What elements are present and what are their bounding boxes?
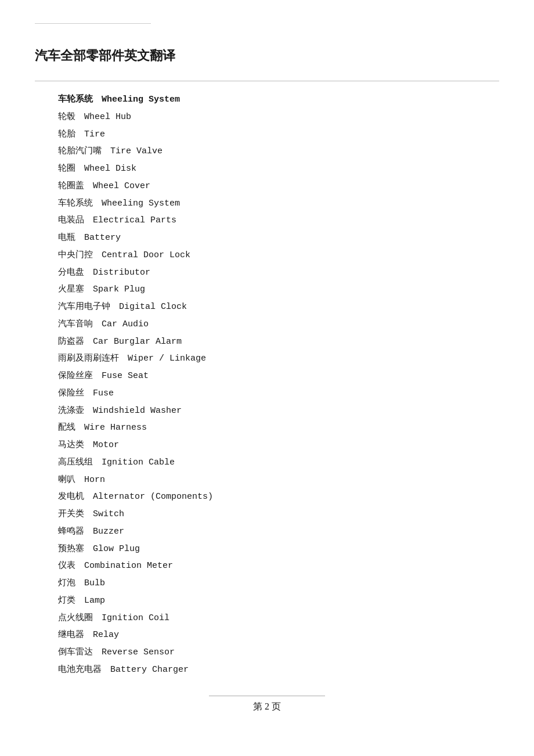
item-zh-text: 灯类 bbox=[58, 596, 75, 606]
item-zh-text: 轮圈盖 bbox=[58, 181, 84, 191]
list-item: 继电器 Relay bbox=[58, 627, 499, 643]
list-item: 点火线圈 Ignition Coil bbox=[58, 610, 499, 627]
list-item: 蜂鸣器 Buzzer bbox=[58, 524, 499, 540]
list-item: 轮圈盖 Wheel Cover bbox=[58, 178, 499, 195]
page-container: 汽车全部零部件英文翻译 车轮系统 Wheeling System轮毂 Wheel… bbox=[0, 0, 534, 756]
item-en-text: Car Burglar Alarm bbox=[93, 337, 182, 347]
item-zh-text: 轮圈 bbox=[58, 164, 75, 174]
list-item: 电池充电器 Battery Charger bbox=[58, 662, 499, 678]
item-en-text: Glow Plug bbox=[93, 544, 140, 554]
item-zh-text: 灯泡 bbox=[58, 578, 75, 588]
list-item: 防盗器 Car Burglar Alarm bbox=[58, 334, 499, 350]
item-zh-text: 喇叭 bbox=[58, 475, 75, 485]
item-zh-text: 防盗器 bbox=[58, 337, 84, 347]
item-zh-text: 汽车音响 bbox=[58, 319, 93, 329]
item-en-text: Wheel Disk bbox=[84, 164, 136, 174]
item-en-text: Spark Plug bbox=[93, 285, 145, 294]
item-zh-text: 预热塞 bbox=[58, 544, 84, 554]
item-zh-text: 轮胎 bbox=[58, 129, 75, 139]
item-zh-text: 电装品 bbox=[58, 215, 84, 225]
list-item: 仪表 Combination Meter bbox=[58, 558, 499, 574]
item-en-text: Wheel Hub bbox=[84, 112, 131, 122]
item-en-text: Lamp bbox=[84, 596, 105, 606]
item-en-text: Digital Clock bbox=[119, 302, 187, 312]
list-item: 高压线组 Ignition Cable bbox=[58, 455, 499, 471]
item-zh-text: 车轮系统 bbox=[58, 95, 93, 105]
item-en-text: Wheeling System bbox=[102, 199, 180, 208]
item-en-text: Switch bbox=[93, 509, 124, 519]
item-zh-text: 配线 bbox=[58, 423, 75, 433]
item-zh-text: 轮毂 bbox=[58, 112, 75, 122]
item-zh-text: 发电机 bbox=[58, 492, 84, 502]
list-item: 车轮系统 Wheeling System bbox=[58, 92, 499, 108]
bottom-section: 第 2 页 bbox=[35, 696, 499, 713]
separator-line bbox=[35, 81, 499, 81]
item-zh-text: 电池充电器 bbox=[58, 665, 102, 675]
item-zh-text: 轮胎汽门嘴 bbox=[58, 146, 102, 156]
item-en-text: Windshield Washer bbox=[93, 406, 182, 416]
list-item: 预热塞 Glow Plug bbox=[58, 541, 499, 557]
list-item: 灯泡 Bulb bbox=[58, 575, 499, 592]
item-en-text: Wiper / Linkage bbox=[128, 354, 206, 363]
item-zh-text: 继电器 bbox=[58, 630, 84, 640]
list-item: 轮圈 Wheel Disk bbox=[58, 161, 499, 177]
list-item: 火星塞 Spark Plug bbox=[58, 282, 499, 298]
list-item: 配线 Wire Harness bbox=[58, 420, 499, 436]
list-item: 车轮系统 Wheeling System bbox=[58, 196, 499, 212]
item-en-text: Battery Charger bbox=[110, 665, 189, 675]
list-item: 保险丝座 Fuse Seat bbox=[58, 368, 499, 384]
item-en-text: Bulb bbox=[84, 578, 105, 588]
item-en-text: Tire Valve bbox=[110, 146, 163, 156]
item-zh-text: 开关类 bbox=[58, 509, 84, 519]
item-zh-text: 电瓶 bbox=[58, 233, 75, 243]
item-zh-text: 马达类 bbox=[58, 440, 84, 450]
item-en-text: Reverse Sensor bbox=[102, 647, 175, 657]
item-en-text: Distributor bbox=[93, 268, 150, 278]
list-item: 轮毂 Wheel Hub bbox=[58, 109, 499, 125]
item-zh-text: 点火线圈 bbox=[58, 613, 93, 623]
item-zh-text: 保险丝座 bbox=[58, 371, 93, 381]
list-item: 雨刷及雨刷连杆 Wiper / Linkage bbox=[58, 351, 499, 367]
list-item: 汽车音响 Car Audio bbox=[58, 316, 499, 333]
list-item: 电瓶 Battery bbox=[58, 230, 499, 246]
list-item: 轮胎汽门嘴 Tire Valve bbox=[58, 143, 499, 160]
list-item: 灯类 Lamp bbox=[58, 593, 499, 609]
item-zh-text: 保险丝 bbox=[58, 388, 84, 398]
list-item: 倒车雷达 Reverse Sensor bbox=[58, 645, 499, 661]
item-en-text: Fuse bbox=[93, 388, 114, 398]
list-item: 汽车用电子钟 Digital Clock bbox=[58, 299, 499, 315]
item-en-text: Electrical Parts bbox=[93, 215, 176, 225]
item-en-text: Tire bbox=[84, 129, 105, 139]
bottom-decorative-line bbox=[209, 696, 325, 696]
item-en-text: Car Audio bbox=[102, 319, 149, 329]
item-en-text: Wheel Cover bbox=[93, 181, 150, 191]
item-zh-text: 倒车雷达 bbox=[58, 647, 93, 657]
list-item: 发电机 Alternator (Components) bbox=[58, 489, 499, 505]
list-item: 喇叭 Horn bbox=[58, 472, 499, 488]
item-en-text: Buzzer bbox=[93, 527, 124, 537]
list-item: 分电盘 Distributor bbox=[58, 265, 499, 281]
item-zh-text: 高压线组 bbox=[58, 458, 93, 467]
top-decorative-line bbox=[35, 23, 151, 24]
item-en-text: Central Door Lock bbox=[102, 250, 190, 260]
item-en-text: Battery bbox=[84, 233, 121, 243]
list-item: 马达类 Motor bbox=[58, 437, 499, 453]
item-zh-text: 蜂鸣器 bbox=[58, 527, 84, 537]
item-en-text: Combination Meter bbox=[84, 561, 173, 571]
list-item: 开关类 Switch bbox=[58, 506, 499, 523]
list-item: 电装品 Electrical Parts bbox=[58, 213, 499, 229]
list-item: 轮胎 Tire bbox=[58, 127, 499, 143]
content-area: 车轮系统 Wheeling System轮毂 Wheel Hub轮胎 Tire轮… bbox=[35, 92, 499, 678]
item-en-text: Fuse Seat bbox=[102, 371, 149, 381]
item-zh-text: 火星塞 bbox=[58, 285, 84, 294]
item-zh-text: 仪表 bbox=[58, 561, 75, 571]
item-en-text: Horn bbox=[84, 475, 105, 485]
item-en-text: Ignition Cable bbox=[102, 458, 175, 467]
item-zh-text: 雨刷及雨刷连杆 bbox=[58, 354, 119, 363]
list-item: 保险丝 Fuse bbox=[58, 386, 499, 402]
item-en-text: Wheeling System bbox=[102, 95, 180, 105]
item-en-text: Ignition Coil bbox=[102, 613, 169, 623]
item-zh-text: 汽车用电子钟 bbox=[58, 302, 110, 312]
item-en-text: Relay bbox=[93, 630, 119, 640]
page-title: 汽车全部零部件英文翻译 bbox=[35, 47, 499, 64]
